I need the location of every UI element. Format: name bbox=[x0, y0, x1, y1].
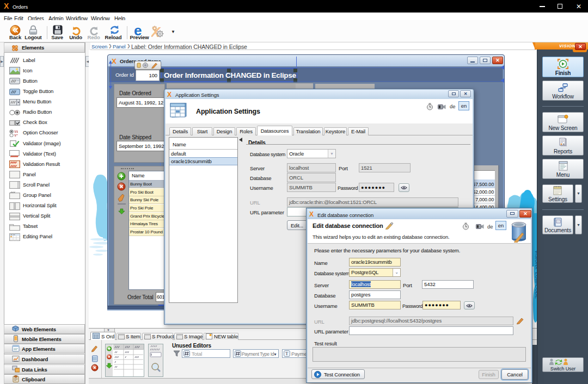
svg-text:T: T bbox=[285, 351, 289, 356]
